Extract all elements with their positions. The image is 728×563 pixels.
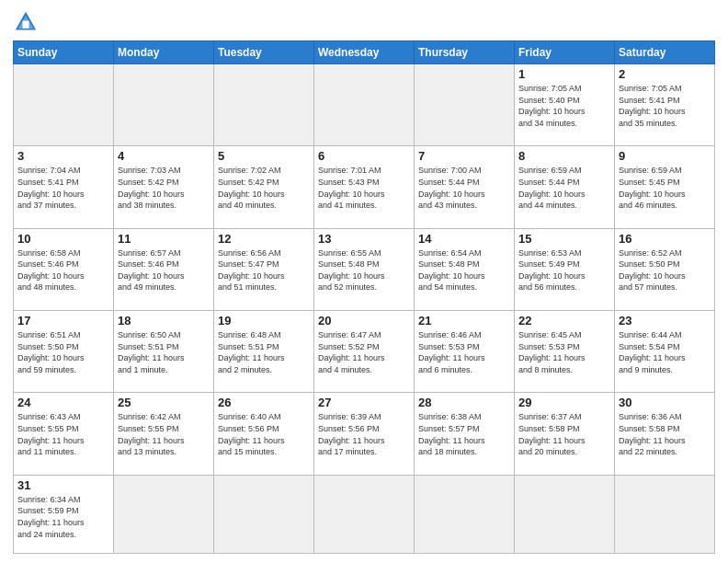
calendar-cell: 17Sunrise: 6:51 AM Sunset: 5:50 PM Dayli… [14, 311, 114, 393]
day-number: 27 [318, 396, 410, 409]
day-info: Sunrise: 6:51 AM Sunset: 5:50 PM Dayligh… [17, 329, 109, 375]
calendar-cell: 7Sunrise: 7:00 AM Sunset: 5:44 PM Daylig… [415, 146, 515, 228]
day-info: Sunrise: 6:44 AM Sunset: 5:54 PM Dayligh… [619, 329, 711, 375]
day-info: Sunrise: 6:40 AM Sunset: 5:56 PM Dayligh… [218, 411, 310, 457]
day-number: 13 [318, 232, 410, 246]
calendar-cell: 11Sunrise: 6:57 AM Sunset: 5:46 PM Dayli… [114, 228, 214, 310]
day-info: Sunrise: 6:37 AM Sunset: 5:58 PM Dayligh… [518, 411, 610, 457]
day-info: Sunrise: 6:34 AM Sunset: 5:59 PM Dayligh… [17, 494, 109, 540]
calendar-cell: 10Sunrise: 6:58 AM Sunset: 5:46 PM Dayli… [14, 228, 114, 310]
calendar-cell: 13Sunrise: 6:55 AM Sunset: 5:48 PM Dayli… [314, 228, 415, 310]
calendar-cell [14, 64, 114, 146]
week-row-5: 31Sunrise: 6:34 AM Sunset: 5:59 PM Dayli… [14, 475, 715, 553]
weekday-header-tuesday: Tuesday [214, 41, 314, 64]
day-info: Sunrise: 6:38 AM Sunset: 5:57 PM Dayligh… [418, 411, 510, 457]
day-number: 6 [318, 149, 410, 163]
day-info: Sunrise: 7:05 AM Sunset: 5:41 PM Dayligh… [619, 83, 711, 129]
day-number: 19 [218, 314, 310, 327]
week-row-1: 3Sunrise: 7:04 AM Sunset: 5:41 PM Daylig… [14, 146, 715, 228]
logo-icon [13, 9, 39, 35]
weekday-header-friday: Friday [515, 41, 615, 64]
day-number: 14 [418, 232, 510, 246]
day-number: 1 [518, 67, 610, 81]
weekday-header-wednesday: Wednesday [314, 41, 415, 64]
day-number: 8 [518, 149, 610, 163]
svg-rect-2 [23, 21, 29, 29]
calendar-cell [515, 475, 615, 553]
weekday-header-row: SundayMondayTuesdayWednesdayThursdayFrid… [14, 41, 715, 64]
calendar-cell: 5Sunrise: 7:02 AM Sunset: 5:42 PM Daylig… [214, 146, 314, 228]
day-number: 7 [418, 149, 510, 163]
day-info: Sunrise: 6:56 AM Sunset: 5:47 PM Dayligh… [218, 247, 310, 293]
week-row-0: 1Sunrise: 7:05 AM Sunset: 5:40 PM Daylig… [14, 64, 715, 146]
day-info: Sunrise: 6:58 AM Sunset: 5:46 PM Dayligh… [17, 247, 109, 293]
day-info: Sunrise: 6:59 AM Sunset: 5:44 PM Dayligh… [518, 165, 610, 211]
calendar-cell: 2Sunrise: 7:05 AM Sunset: 5:41 PM Daylig… [615, 64, 715, 146]
day-info: Sunrise: 6:54 AM Sunset: 5:48 PM Dayligh… [418, 247, 510, 293]
calendar-cell [114, 64, 214, 146]
day-number: 28 [418, 396, 510, 409]
calendar-cell [214, 64, 314, 146]
calendar-cell: 31Sunrise: 6:34 AM Sunset: 5:59 PM Dayli… [14, 475, 114, 553]
calendar-cell [415, 64, 515, 146]
calendar-cell: 1Sunrise: 7:05 AM Sunset: 5:40 PM Daylig… [515, 64, 615, 146]
week-row-4: 24Sunrise: 6:43 AM Sunset: 5:55 PM Dayli… [14, 393, 715, 475]
calendar-cell: 30Sunrise: 6:36 AM Sunset: 5:58 PM Dayli… [615, 393, 715, 475]
calendar-cell: 29Sunrise: 6:37 AM Sunset: 5:58 PM Dayli… [515, 393, 615, 475]
weekday-header-monday: Monday [114, 41, 214, 64]
calendar-cell: 24Sunrise: 6:43 AM Sunset: 5:55 PM Dayli… [14, 393, 114, 475]
week-row-3: 17Sunrise: 6:51 AM Sunset: 5:50 PM Dayli… [14, 311, 715, 393]
header [13, 9, 715, 35]
day-number: 20 [318, 314, 410, 327]
calendar-cell: 22Sunrise: 6:45 AM Sunset: 5:53 PM Dayli… [515, 311, 615, 393]
calendar-cell [214, 475, 314, 553]
calendar-cell: 25Sunrise: 6:42 AM Sunset: 5:55 PM Dayli… [114, 393, 214, 475]
calendar: SundayMondayTuesdayWednesdayThursdayFrid… [13, 40, 715, 554]
calendar-cell: 6Sunrise: 7:01 AM Sunset: 5:43 PM Daylig… [314, 146, 415, 228]
day-number: 31 [17, 478, 109, 492]
calendar-cell [114, 475, 214, 553]
day-info: Sunrise: 6:45 AM Sunset: 5:53 PM Dayligh… [518, 329, 610, 375]
weekday-header-sunday: Sunday [14, 41, 114, 64]
day-number: 12 [218, 232, 310, 246]
calendar-cell: 15Sunrise: 6:53 AM Sunset: 5:49 PM Dayli… [515, 228, 615, 310]
day-number: 26 [218, 396, 310, 409]
day-info: Sunrise: 6:43 AM Sunset: 5:55 PM Dayligh… [17, 411, 109, 457]
day-number: 30 [619, 396, 711, 409]
day-number: 16 [619, 232, 711, 246]
day-number: 5 [218, 149, 310, 163]
calendar-cell: 23Sunrise: 6:44 AM Sunset: 5:54 PM Dayli… [615, 311, 715, 393]
day-number: 21 [418, 314, 510, 327]
day-info: Sunrise: 7:03 AM Sunset: 5:42 PM Dayligh… [118, 165, 210, 211]
day-number: 25 [118, 396, 210, 409]
calendar-cell: 18Sunrise: 6:50 AM Sunset: 5:51 PM Dayli… [114, 311, 214, 393]
day-number: 22 [518, 314, 610, 327]
weekday-header-thursday: Thursday [415, 41, 515, 64]
day-info: Sunrise: 6:57 AM Sunset: 5:46 PM Dayligh… [118, 247, 210, 293]
calendar-cell [314, 475, 415, 553]
calendar-cell: 26Sunrise: 6:40 AM Sunset: 5:56 PM Dayli… [214, 393, 314, 475]
day-number: 29 [518, 396, 610, 409]
day-number: 4 [118, 149, 210, 163]
calendar-cell: 14Sunrise: 6:54 AM Sunset: 5:48 PM Dayli… [415, 228, 515, 310]
day-info: Sunrise: 6:42 AM Sunset: 5:55 PM Dayligh… [118, 411, 210, 457]
calendar-cell: 28Sunrise: 6:38 AM Sunset: 5:57 PM Dayli… [415, 393, 515, 475]
calendar-cell: 3Sunrise: 7:04 AM Sunset: 5:41 PM Daylig… [14, 146, 114, 228]
calendar-cell: 16Sunrise: 6:52 AM Sunset: 5:50 PM Dayli… [615, 228, 715, 310]
calendar-cell: 19Sunrise: 6:48 AM Sunset: 5:51 PM Dayli… [214, 311, 314, 393]
day-info: Sunrise: 6:48 AM Sunset: 5:51 PM Dayligh… [218, 329, 310, 375]
day-info: Sunrise: 7:01 AM Sunset: 5:43 PM Dayligh… [318, 165, 410, 211]
calendar-cell: 4Sunrise: 7:03 AM Sunset: 5:42 PM Daylig… [114, 146, 214, 228]
page: SundayMondayTuesdayWednesdayThursdayFrid… [0, 0, 728, 563]
calendar-cell [314, 64, 415, 146]
day-info: Sunrise: 7:05 AM Sunset: 5:40 PM Dayligh… [518, 83, 610, 129]
calendar-cell [615, 475, 715, 553]
calendar-cell: 20Sunrise: 6:47 AM Sunset: 5:52 PM Dayli… [314, 311, 415, 393]
day-number: 3 [17, 149, 109, 163]
day-info: Sunrise: 6:36 AM Sunset: 5:58 PM Dayligh… [619, 411, 711, 457]
day-info: Sunrise: 6:50 AM Sunset: 5:51 PM Dayligh… [118, 329, 210, 375]
day-info: Sunrise: 6:59 AM Sunset: 5:45 PM Dayligh… [619, 165, 711, 211]
day-info: Sunrise: 6:39 AM Sunset: 5:56 PM Dayligh… [318, 411, 410, 457]
calendar-cell [415, 475, 515, 553]
day-info: Sunrise: 6:47 AM Sunset: 5:52 PM Dayligh… [318, 329, 410, 375]
